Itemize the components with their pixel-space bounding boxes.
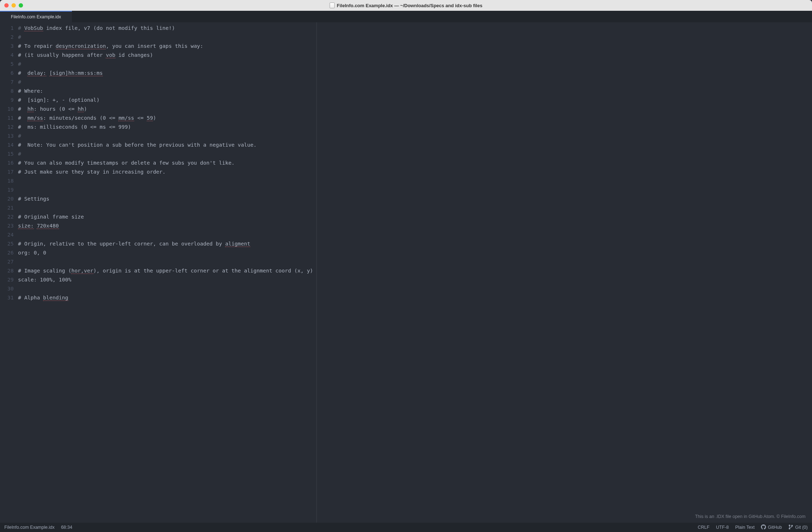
status-encoding[interactable]: UTF-8 <box>716 525 729 530</box>
zoom-window-button[interactable] <box>19 3 23 8</box>
line-number: 24 <box>0 230 14 239</box>
code-line[interactable] <box>18 284 812 293</box>
line-number: 11 <box>0 114 14 123</box>
line-number: 13 <box>0 132 14 141</box>
code-line[interactable]: org: 0, 0 <box>18 248 812 257</box>
line-number: 23 <box>0 221 14 230</box>
line-number: 14 <box>0 141 14 150</box>
line-number: 15 <box>0 150 14 159</box>
window-title: FileInfo.com Example.idx — ~/Downloads/S… <box>330 3 483 8</box>
status-eol[interactable]: CRLF <box>698 525 710 530</box>
code-line[interactable]: # hh: hours (0 <= hh) <box>18 105 812 114</box>
line-number: 30 <box>0 284 14 293</box>
code-line[interactable]: # Origin, relative to the upper-left cor… <box>18 239 812 248</box>
status-git[interactable]: Git (0) <box>788 524 808 531</box>
code-line[interactable]: # You can also modify timestamps or dele… <box>18 159 812 168</box>
line-number: 21 <box>0 203 14 212</box>
status-github-label: GitHub <box>768 525 782 530</box>
line-number: 28 <box>0 266 14 275</box>
line-number: 3 <box>0 42 14 51</box>
code-line[interactable]: # mm/ss: minutes/seconds (0 <= mm/ss <= … <box>18 114 812 123</box>
code-line[interactable]: # Where: <box>18 87 812 96</box>
status-bar: FileInfo.com Example.idx 68:34 CRLF UTF-… <box>0 523 812 532</box>
window-title-text: FileInfo.com Example.idx — ~/Downloads/S… <box>337 3 483 8</box>
line-number: 26 <box>0 248 14 257</box>
line-number: 2 <box>0 33 14 42</box>
code-line[interactable]: # Settings <box>18 194 812 203</box>
minimize-window-button[interactable] <box>12 3 16 8</box>
code-line[interactable]: # Image scaling (hor,ver), origin is at … <box>18 266 812 275</box>
code-area[interactable]: # VobSub index file, v7 (do not modify t… <box>18 22 812 523</box>
code-line[interactable]: # Original frame size <box>18 212 812 221</box>
line-number: 9 <box>0 96 14 105</box>
line-number: 19 <box>0 185 14 194</box>
gutter: 1234567891011121314151617181920212223242… <box>0 22 18 523</box>
line-number: 12 <box>0 123 14 132</box>
code-line[interactable]: # Alpha blending <box>18 293 812 302</box>
line-number: 8 <box>0 87 14 96</box>
line-number: 31 <box>0 293 14 302</box>
line-number: 27 <box>0 257 14 266</box>
code-line[interactable]: # delay: [sign]hh:mm:ss:ms <box>18 69 812 78</box>
close-window-button[interactable] <box>4 3 9 8</box>
code-line[interactable]: # To repair desyncronization, you can in… <box>18 42 812 51</box>
svg-point-0 <box>789 525 790 526</box>
code-line[interactable] <box>18 176 812 185</box>
github-icon <box>761 524 766 531</box>
line-number: 20 <box>0 194 14 203</box>
code-line[interactable]: # <box>18 132 812 141</box>
code-line[interactable]: # <box>18 33 812 42</box>
line-number: 4 <box>0 51 14 60</box>
status-file[interactable]: FileInfo.com Example.idx <box>4 525 55 530</box>
editor[interactable]: 1234567891011121314151617181920212223242… <box>0 22 812 523</box>
svg-point-2 <box>792 525 793 526</box>
code-line[interactable]: # (it usually happens after vob id chang… <box>18 51 812 60</box>
code-line[interactable] <box>18 185 812 194</box>
line-number: 1 <box>0 24 14 33</box>
line-number: 7 <box>0 78 14 87</box>
line-number: 10 <box>0 105 14 114</box>
line-number: 5 <box>0 60 14 69</box>
line-number: 25 <box>0 239 14 248</box>
code-line[interactable]: # <box>18 150 812 159</box>
line-number: 6 <box>0 69 14 78</box>
code-line[interactable]: # [sign]: +, - (optional) <box>18 96 812 105</box>
code-line[interactable]: # VobSub index file, v7 (do not modify t… <box>18 24 812 33</box>
code-line[interactable]: # Note: You can't position a sub before … <box>18 141 812 150</box>
code-line[interactable]: # ms: milliseconds (0 <= ms <= 999) <box>18 123 812 132</box>
svg-point-1 <box>789 528 790 529</box>
code-line[interactable]: # Just make sure they stay in increasing… <box>18 168 812 176</box>
line-number: 16 <box>0 159 14 168</box>
code-line[interactable]: scale: 100%, 100% <box>18 275 812 284</box>
code-line[interactable] <box>18 203 812 212</box>
status-github[interactable]: GitHub <box>761 524 782 531</box>
line-number: 18 <box>0 176 14 185</box>
code-line[interactable]: # <box>18 60 812 69</box>
tab-label: FileInfo.com Example.idx <box>11 14 61 19</box>
code-line[interactable]: size: 720x480 <box>18 221 812 230</box>
titlebar: FileInfo.com Example.idx — ~/Downloads/S… <box>0 0 812 11</box>
window-controls <box>0 3 23 8</box>
code-line[interactable] <box>18 257 812 266</box>
line-number: 29 <box>0 275 14 284</box>
document-icon <box>330 3 335 8</box>
status-git-label: Git (0) <box>795 525 808 530</box>
tab-bar: FileInfo.com Example.idx <box>0 11 812 22</box>
git-branch-icon <box>788 524 793 531</box>
status-grammar[interactable]: Plain Text <box>735 525 754 530</box>
tab-active[interactable]: FileInfo.com Example.idx <box>0 11 72 22</box>
code-line[interactable]: # <box>18 78 812 87</box>
line-number: 17 <box>0 168 14 176</box>
wrap-guide <box>316 22 317 523</box>
code-line[interactable] <box>18 230 812 239</box>
status-cursor[interactable]: 68:34 <box>61 525 72 530</box>
line-number: 22 <box>0 212 14 221</box>
